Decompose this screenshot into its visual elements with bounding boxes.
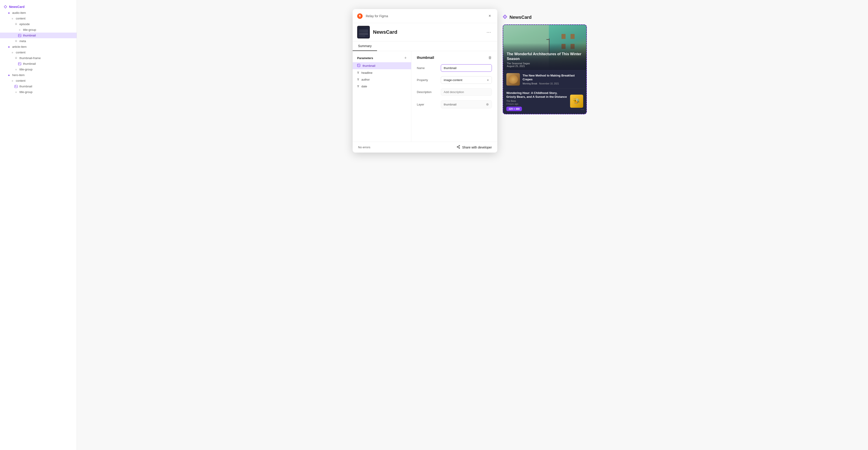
- param-item-headline[interactable]: T headline: [352, 69, 411, 76]
- preview-title-row: NewsCard: [503, 15, 587, 20]
- svg-point-9: [459, 145, 460, 146]
- dialog-tabs: Summary: [352, 41, 497, 51]
- layer-field-value: thumbnail ⊕: [441, 100, 492, 108]
- hero-date: August 25, 2021: [507, 65, 583, 67]
- param-text-icon-author: T: [357, 78, 359, 81]
- card-more-button[interactable]: ⋯: [581, 107, 584, 112]
- sidebar-item-episode[interactable]: ⦿ episode: [0, 21, 76, 27]
- third-card-content: Wondering Hour: A Childhood Story, Grizz…: [506, 91, 567, 111]
- description-field-row: Description: [417, 88, 492, 96]
- name-field-label: Name: [417, 66, 437, 70]
- property-field-row: Property image-content fill stroke ▼: [417, 76, 492, 84]
- article-content-crepes: The New Method to Making Breakfast Crepe…: [523, 74, 583, 85]
- sidebar-item-audio-item[interactable]: ◆ audio-item: [0, 10, 76, 16]
- layer-field-row: Layer thumbnail ⊕: [417, 100, 492, 108]
- dialog-relay: Relay for Figma ×: [352, 9, 497, 152]
- sidebar-item-title-group-1[interactable]: ≡ title-group: [0, 27, 76, 33]
- sidebar-item-title-group-2[interactable]: ≡ title-group: [0, 66, 76, 72]
- sidebar-item-thumbnail-3[interactable]: thumbnail: [0, 84, 76, 89]
- sidebar-root-newscard[interactable]: NewsCard: [0, 4, 76, 10]
- dialog-left-panel: Parameters + thumbnail T headline: [352, 51, 411, 142]
- sidebar-item-title-group-3[interactable]: ≡ title-group: [0, 89, 76, 95]
- third-card-thumbnail: 🐝: [570, 94, 583, 108]
- dialog-body: Parameters + thumbnail T headline: [352, 51, 497, 142]
- component-more-button[interactable]: ⋯: [485, 29, 493, 36]
- sidebar: NewsCard ◆ audio-item ≡ content ⦿ episod…: [0, 0, 77, 450]
- sidebar-item-thumbnail-frame[interactable]: ⦿ thumbnail-frame: [0, 55, 76, 61]
- third-card-bees: Wondering Hour: A Childhood Story, Grizz…: [503, 88, 586, 114]
- main-area: Relay for Figma ×: [77, 0, 868, 450]
- parameters-label: Parameters: [357, 56, 373, 60]
- component-name: NewsCard: [373, 29, 397, 35]
- diamond-small-icon-3: ◆: [7, 74, 10, 77]
- preview-newscard-icon: [503, 15, 507, 20]
- target-icon[interactable]: ⊕: [486, 102, 489, 106]
- delete-parameter-button[interactable]: 🗑: [488, 56, 492, 60]
- svg-marker-0: [4, 5, 7, 8]
- image-icon-1: [18, 34, 21, 37]
- preview-panel: NewsCard: [497, 9, 592, 120]
- image-icon-3: [14, 85, 18, 88]
- name-field-row: Name: [417, 64, 492, 72]
- hero-card: The Wonderful Architectures of This Wint…: [503, 25, 586, 70]
- sidebar-item-content-2[interactable]: ≡ content: [0, 50, 76, 55]
- name-field-input[interactable]: [441, 64, 492, 72]
- image-icon-2: [18, 62, 21, 65]
- diamond-icon: [4, 5, 7, 8]
- param-thumbnail-label: thumbnail: [363, 64, 375, 67]
- param-text-icon-headline: T: [357, 71, 359, 75]
- svg-rect-5: [15, 85, 18, 88]
- sidebar-item-hero-item[interactable]: ◆ hero-item: [0, 72, 76, 78]
- tab-summary[interactable]: Summary: [352, 41, 377, 51]
- component-more-right: ⋯: [485, 29, 493, 36]
- list-icon-5: ≡: [11, 79, 14, 82]
- third-card-source: The Bees: [506, 100, 567, 102]
- dialog-close-button[interactable]: ×: [487, 13, 493, 19]
- component-thumbnail: [357, 26, 370, 38]
- share-icon: [457, 145, 460, 149]
- param-item-date[interactable]: T date: [352, 83, 411, 90]
- dialog-right-panel: thumbnail 🗑 Name Property image-content …: [411, 51, 497, 142]
- sidebar-item-meta[interactable]: ⦿ meta: [0, 38, 76, 44]
- list-icon-3: ≡: [11, 51, 14, 54]
- param-image-icon: [357, 64, 360, 68]
- hero-author: The Seasonal Sagas: [507, 62, 583, 65]
- sidebar-item-thumbnail-1[interactable]: thumbnail: [0, 33, 76, 38]
- property-select[interactable]: image-content fill stroke: [441, 76, 492, 84]
- svg-point-8: [358, 64, 358, 65]
- size-badge: 329 × 480: [506, 107, 522, 111]
- layer-field-label: Layer: [417, 103, 437, 106]
- sidebar-item-article-item[interactable]: ◆ article-item: [0, 44, 76, 50]
- component-info-row: NewsCard ⋯: [352, 23, 497, 41]
- share-button-label: Share with developer: [462, 145, 492, 149]
- sidebar-item-content-1[interactable]: ≡ content: [0, 16, 76, 21]
- list-icon-6: ≡: [14, 90, 18, 94]
- svg-point-11: [459, 148, 460, 148]
- diamond-small-icon: ◆: [7, 11, 10, 15]
- sidebar-item-thumbnail-2[interactable]: thumbnail: [0, 61, 76, 66]
- property-field-label: Property: [417, 78, 437, 82]
- param-headline-label: headline: [362, 71, 373, 75]
- param-item-author[interactable]: T author: [352, 76, 411, 83]
- hero-overlay: The Wonderful Architectures of This Wint…: [503, 49, 586, 70]
- component-info-left: NewsCard: [357, 26, 397, 38]
- description-field-input[interactable]: [441, 88, 492, 96]
- list-icon-1: ≡: [11, 17, 14, 20]
- svg-line-13: [458, 147, 459, 148]
- bars-icon-2: ⦿: [14, 39, 18, 43]
- svg-line-12: [458, 146, 459, 147]
- layer-value-text: thumbnail: [444, 103, 456, 106]
- list-icon-2: ≡: [18, 28, 21, 31]
- param-date-label: date: [362, 85, 367, 88]
- third-card-title: Wondering Hour: A Childhood Story, Grizz…: [506, 91, 567, 99]
- share-with-developer-button[interactable]: Share with developer: [457, 145, 492, 149]
- sidebar-item-content-3[interactable]: ≡ content: [0, 78, 76, 84]
- list-icon-4: ≡: [14, 68, 18, 71]
- bee-emoji: 🐝: [573, 98, 580, 104]
- add-parameter-button[interactable]: +: [404, 56, 407, 60]
- right-panel-header: thumbnail 🗑: [417, 56, 492, 60]
- svg-rect-1: [18, 34, 21, 37]
- param-item-thumbnail[interactable]: thumbnail: [352, 62, 411, 69]
- property-select-wrap: image-content fill stroke ▼: [441, 76, 492, 84]
- parameters-section-header: Parameters +: [352, 55, 411, 62]
